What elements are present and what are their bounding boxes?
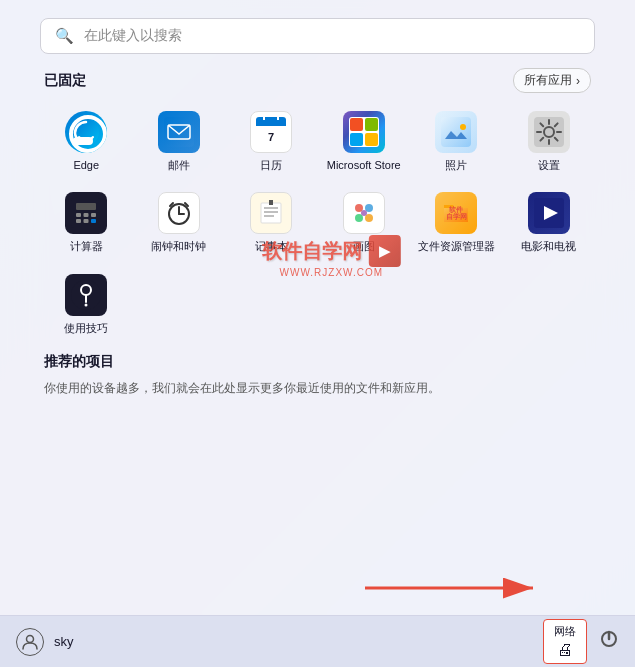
app-item-store[interactable]: Microsoft Store <box>318 103 411 180</box>
photos-label: 照片 <box>445 158 467 172</box>
svg-rect-14 <box>441 117 471 147</box>
app-item-calculator[interactable]: 计算器 <box>40 184 133 261</box>
arrow-indicator <box>365 573 545 607</box>
username-label: sky <box>54 634 74 649</box>
search-placeholder: 在此键入以搜索 <box>84 27 182 45</box>
notepad-icon <box>250 192 292 234</box>
recommended-title: 推荐的项目 <box>44 353 591 371</box>
app-item-tips[interactable]: 使用技巧 <box>40 266 133 343</box>
notepad-label: 记事本 <box>255 239 288 253</box>
svg-point-0 <box>73 119 99 145</box>
calendar-icon: 7 <box>250 111 292 153</box>
app-item-mail[interactable]: 邮件 <box>133 103 226 180</box>
paint-icon <box>343 192 385 234</box>
app-item-files[interactable]: 软件自学网 文件资源管理器 <box>410 184 503 261</box>
svg-point-15 <box>460 124 466 130</box>
taskbar: sky 网络 🖨 <box>0 615 635 667</box>
svg-rect-33 <box>261 203 281 223</box>
mail-icon <box>158 111 200 153</box>
network-icon: 🖨 <box>557 641 573 659</box>
pinned-title: 已固定 <box>44 72 86 90</box>
calendar-label: 日历 <box>260 158 282 172</box>
search-icon: 🔍 <box>55 27 74 45</box>
svg-point-40 <box>355 204 363 212</box>
search-bar[interactable]: 🔍 在此键入以搜索 <box>40 18 595 54</box>
movies-label: 电影和电视 <box>521 239 576 253</box>
svg-rect-13 <box>365 133 378 146</box>
recommended-section: 推荐的项目 你使用的设备越多，我们就会在此处显示更多你最近使用的文件和新应用。 <box>44 353 591 397</box>
app-item-calendar[interactable]: 7 日历 <box>225 103 318 180</box>
network-button[interactable]: 网络 🖨 <box>543 619 587 664</box>
all-apps-label: 所有应用 <box>524 72 572 89</box>
svg-rect-11 <box>365 118 378 131</box>
app-item-paint[interactable]: 画图 <box>318 184 411 261</box>
svg-point-51 <box>27 635 34 642</box>
app-grid: Edge 邮件 <box>30 103 605 343</box>
app-item-movies[interactable]: 电影和电视 <box>503 184 596 261</box>
tips-icon <box>65 274 107 316</box>
photos-icon <box>435 111 477 153</box>
files-label: 文件资源管理器 <box>418 239 495 253</box>
tips-label: 使用技巧 <box>64 321 108 335</box>
svg-rect-19 <box>76 203 96 210</box>
app-item-photos[interactable]: 照片 <box>410 103 503 180</box>
svg-point-41 <box>365 204 373 212</box>
alarm-icon <box>158 192 200 234</box>
files-icon: 软件自学网 <box>435 192 477 234</box>
svg-rect-25 <box>91 219 96 223</box>
svg-rect-12 <box>350 133 363 146</box>
paint-label: 画图 <box>353 239 375 253</box>
settings-label: 设置 <box>538 158 560 172</box>
svg-point-42 <box>355 214 363 222</box>
taskbar-left: sky <box>16 628 74 656</box>
taskbar-right: 网络 🖨 <box>543 619 619 664</box>
start-menu: 🔍 在此键入以搜索 已固定 所有应用 › <box>0 0 635 667</box>
recommended-hint: 你使用的设备越多，我们就会在此处显示更多你最近使用的文件和新应用。 <box>44 379 591 397</box>
app-item-notepad[interactable]: 记事本 <box>225 184 318 261</box>
store-icon <box>343 111 385 153</box>
network-label: 网络 <box>554 624 576 639</box>
chevron-right-icon: › <box>576 74 580 88</box>
user-icon <box>16 628 44 656</box>
alarm-label: 闹钟和时钟 <box>151 239 206 253</box>
calculator-label: 计算器 <box>70 239 103 253</box>
app-item-edge[interactable]: Edge <box>40 103 133 180</box>
edge-label: Edge <box>73 158 99 172</box>
edge-icon <box>65 111 107 153</box>
svg-point-44 <box>361 210 367 216</box>
svg-rect-20 <box>76 213 81 217</box>
settings-icon <box>528 111 570 153</box>
power-button[interactable] <box>599 629 619 654</box>
movies-icon <box>528 192 570 234</box>
svg-rect-23 <box>76 219 81 223</box>
svg-rect-21 <box>84 213 89 217</box>
svg-rect-24 <box>84 219 89 223</box>
app-item-settings[interactable]: 设置 <box>503 103 596 180</box>
store-label: Microsoft Store <box>327 158 401 172</box>
svg-point-50 <box>85 303 88 306</box>
mail-label: 邮件 <box>168 158 190 172</box>
calculator-icon <box>65 192 107 234</box>
app-item-alarm[interactable]: 闹钟和时钟 <box>133 184 226 261</box>
svg-rect-22 <box>91 213 96 217</box>
all-apps-button[interactable]: 所有应用 › <box>513 68 591 93</box>
svg-text:7: 7 <box>268 131 274 143</box>
svg-rect-10 <box>350 118 363 131</box>
svg-rect-5 <box>256 123 286 126</box>
pinned-header: 已固定 所有应用 › <box>44 68 591 93</box>
svg-point-43 <box>365 214 373 222</box>
